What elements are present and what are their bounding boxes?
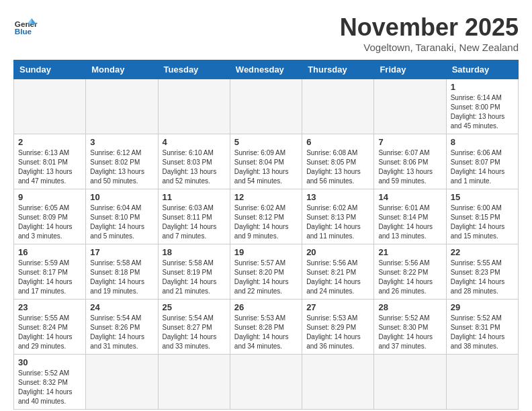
calendar-cell: 27Sunrise: 5:53 AM Sunset: 8:29 PM Dayli…	[302, 300, 374, 355]
day-info: Sunrise: 6:13 AM Sunset: 8:01 PM Dayligh…	[18, 148, 81, 186]
calendar-cell	[158, 355, 230, 410]
calendar-cell: 9Sunrise: 6:05 AM Sunset: 8:09 PM Daylig…	[14, 189, 86, 244]
day-number: 19	[234, 247, 298, 257]
calendar-cell: 29Sunrise: 5:52 AM Sunset: 8:31 PM Dayli…	[446, 300, 518, 355]
calendar-week-2: 2Sunrise: 6:13 AM Sunset: 8:01 PM Daylig…	[14, 134, 519, 189]
day-number: 10	[90, 192, 153, 202]
logo: General Blue	[13, 13, 38, 38]
day-header-sunday: Sunday	[14, 60, 86, 79]
calendar-cell: 4Sunrise: 6:10 AM Sunset: 8:03 PM Daylig…	[158, 134, 230, 189]
calendar-cell	[230, 355, 302, 410]
day-number: 30	[18, 357, 81, 367]
calendar-week-1: 1Sunrise: 6:14 AM Sunset: 8:00 PM Daylig…	[14, 79, 519, 134]
calendar-cell: 20Sunrise: 5:56 AM Sunset: 8:21 PM Dayli…	[302, 244, 374, 300]
calendar-cell	[374, 355, 446, 410]
calendar-cell	[230, 79, 302, 134]
day-info: Sunrise: 5:56 AM Sunset: 8:22 PM Dayligh…	[378, 259, 441, 296]
calendar-cell: 16Sunrise: 5:59 AM Sunset: 8:17 PM Dayli…	[14, 244, 86, 300]
day-info: Sunrise: 6:02 AM Sunset: 8:13 PM Dayligh…	[306, 203, 369, 241]
calendar-cell: 23Sunrise: 5:55 AM Sunset: 8:24 PM Dayli…	[14, 300, 86, 355]
calendar-cell: 8Sunrise: 6:06 AM Sunset: 8:07 PM Daylig…	[446, 134, 518, 189]
calendar-cell: 18Sunrise: 5:58 AM Sunset: 8:19 PM Dayli…	[158, 244, 230, 300]
title-block: November 2025 Vogeltown, Taranaki, New Z…	[340, 13, 519, 53]
day-number: 7	[378, 137, 441, 147]
calendar-cell: 15Sunrise: 6:00 AM Sunset: 8:15 PM Dayli…	[446, 189, 518, 244]
day-number: 4	[163, 137, 226, 147]
day-info: Sunrise: 5:52 AM Sunset: 8:31 PM Dayligh…	[451, 314, 514, 351]
page-header: General Blue November 2025 Vogeltown, Ta…	[13, 13, 519, 53]
day-info: Sunrise: 5:53 AM Sunset: 8:29 PM Dayligh…	[306, 314, 369, 351]
calendar-cell: 2Sunrise: 6:13 AM Sunset: 8:01 PM Daylig…	[14, 134, 86, 189]
day-number: 27	[306, 302, 369, 312]
location: Vogeltown, Taranaki, New Zealand	[340, 42, 519, 53]
day-info: Sunrise: 5:52 AM Sunset: 8:30 PM Dayligh…	[378, 314, 441, 351]
day-header-saturday: Saturday	[446, 60, 518, 79]
day-info: Sunrise: 5:52 AM Sunset: 8:32 PM Dayligh…	[18, 369, 81, 406]
day-header-wednesday: Wednesday	[230, 60, 302, 79]
day-number: 22	[451, 247, 514, 257]
calendar-cell	[302, 355, 374, 410]
day-number: 2	[18, 137, 81, 147]
calendar-header-row: SundayMondayTuesdayWednesdayThursdayFrid…	[14, 60, 519, 79]
day-number: 15	[451, 192, 514, 202]
day-header-monday: Monday	[86, 60, 158, 79]
day-info: Sunrise: 6:06 AM Sunset: 8:07 PM Dayligh…	[451, 148, 514, 186]
calendar-cell: 13Sunrise: 6:02 AM Sunset: 8:13 PM Dayli…	[302, 189, 374, 244]
day-info: Sunrise: 6:00 AM Sunset: 8:15 PM Dayligh…	[451, 203, 514, 241]
calendar-week-6: 30Sunrise: 5:52 AM Sunset: 8:32 PM Dayli…	[14, 355, 519, 410]
day-number: 25	[163, 302, 226, 312]
day-number: 28	[378, 302, 441, 312]
calendar-cell: 22Sunrise: 5:55 AM Sunset: 8:23 PM Dayli…	[446, 244, 518, 300]
day-number: 14	[378, 192, 441, 202]
svg-text:Blue: Blue	[15, 27, 32, 36]
day-number: 13	[306, 192, 369, 202]
calendar-cell: 24Sunrise: 5:54 AM Sunset: 8:26 PM Dayli…	[86, 300, 158, 355]
calendar-cell: 12Sunrise: 6:02 AM Sunset: 8:12 PM Dayli…	[230, 189, 302, 244]
calendar-cell: 19Sunrise: 5:57 AM Sunset: 8:20 PM Dayli…	[230, 244, 302, 300]
calendar-cell: 17Sunrise: 5:58 AM Sunset: 8:18 PM Dayli…	[86, 244, 158, 300]
calendar-cell	[374, 79, 446, 134]
calendar-cell	[86, 355, 158, 410]
day-info: Sunrise: 6:08 AM Sunset: 8:05 PM Dayligh…	[306, 148, 369, 186]
calendar-cell	[14, 79, 86, 134]
day-info: Sunrise: 5:54 AM Sunset: 8:27 PM Dayligh…	[163, 314, 226, 351]
day-number: 1	[451, 82, 514, 92]
calendar-cell: 1Sunrise: 6:14 AM Sunset: 8:00 PM Daylig…	[446, 79, 518, 134]
calendar-cell: 21Sunrise: 5:56 AM Sunset: 8:22 PM Dayli…	[374, 244, 446, 300]
day-info: Sunrise: 5:57 AM Sunset: 8:20 PM Dayligh…	[234, 259, 298, 296]
month-title: November 2025	[340, 13, 519, 42]
day-number: 6	[306, 137, 369, 147]
day-info: Sunrise: 6:07 AM Sunset: 8:06 PM Dayligh…	[378, 148, 441, 186]
day-info: Sunrise: 6:02 AM Sunset: 8:12 PM Dayligh…	[234, 203, 298, 241]
calendar-cell: 10Sunrise: 6:04 AM Sunset: 8:10 PM Dayli…	[86, 189, 158, 244]
day-info: Sunrise: 5:55 AM Sunset: 8:23 PM Dayligh…	[451, 259, 514, 296]
calendar-cell: 30Sunrise: 5:52 AM Sunset: 8:32 PM Dayli…	[14, 355, 86, 410]
day-info: Sunrise: 6:03 AM Sunset: 8:11 PM Dayligh…	[163, 203, 226, 241]
day-number: 11	[163, 192, 226, 202]
calendar-cell: 25Sunrise: 5:54 AM Sunset: 8:27 PM Dayli…	[158, 300, 230, 355]
day-number: 23	[18, 302, 81, 312]
day-info: Sunrise: 5:53 AM Sunset: 8:28 PM Dayligh…	[234, 314, 298, 351]
calendar-cell: 3Sunrise: 6:12 AM Sunset: 8:02 PM Daylig…	[86, 134, 158, 189]
calendar-cell: 6Sunrise: 6:08 AM Sunset: 8:05 PM Daylig…	[302, 134, 374, 189]
calendar-cell: 28Sunrise: 5:52 AM Sunset: 8:30 PM Dayli…	[374, 300, 446, 355]
calendar-cell: 7Sunrise: 6:07 AM Sunset: 8:06 PM Daylig…	[374, 134, 446, 189]
day-number: 3	[90, 137, 153, 147]
day-number: 17	[90, 247, 153, 257]
day-header-tuesday: Tuesday	[158, 60, 230, 79]
day-info: Sunrise: 6:14 AM Sunset: 8:00 PM Dayligh…	[451, 93, 514, 131]
day-info: Sunrise: 5:58 AM Sunset: 8:19 PM Dayligh…	[163, 259, 226, 296]
day-header-thursday: Thursday	[302, 60, 374, 79]
day-number: 26	[234, 302, 298, 312]
day-number: 18	[163, 247, 226, 257]
calendar-cell: 5Sunrise: 6:09 AM Sunset: 8:04 PM Daylig…	[230, 134, 302, 189]
day-number: 12	[234, 192, 298, 202]
day-info: Sunrise: 6:01 AM Sunset: 8:14 PM Dayligh…	[378, 203, 441, 241]
day-number: 16	[18, 247, 81, 257]
day-info: Sunrise: 6:09 AM Sunset: 8:04 PM Dayligh…	[234, 148, 298, 186]
day-number: 8	[451, 137, 514, 147]
day-number: 20	[306, 247, 369, 257]
day-info: Sunrise: 6:10 AM Sunset: 8:03 PM Dayligh…	[163, 148, 226, 186]
day-number: 29	[451, 302, 514, 312]
day-info: Sunrise: 5:54 AM Sunset: 8:26 PM Dayligh…	[90, 314, 153, 351]
